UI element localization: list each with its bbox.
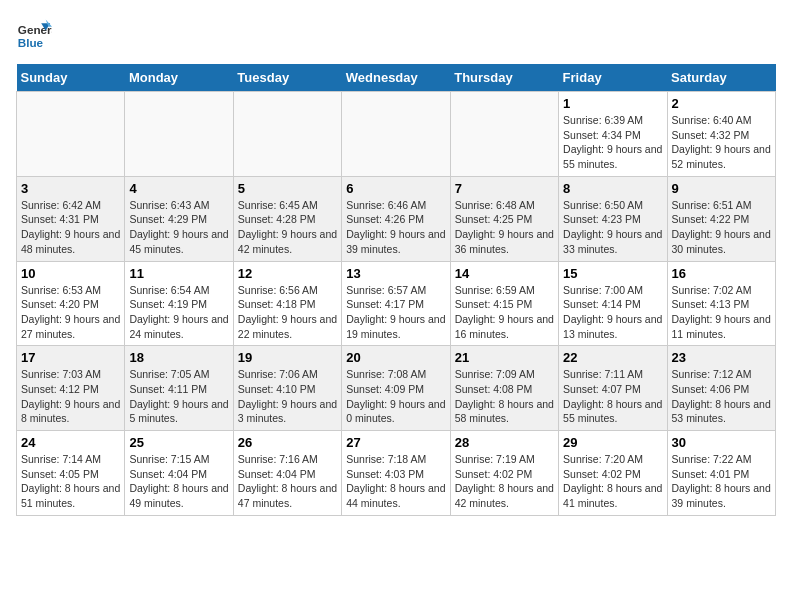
day-number: 8 bbox=[563, 181, 662, 196]
day-number: 7 bbox=[455, 181, 554, 196]
day-number: 19 bbox=[238, 350, 337, 365]
logo-icon: General Blue bbox=[16, 16, 52, 52]
calendar-cell bbox=[17, 92, 125, 177]
header-friday: Friday bbox=[559, 64, 667, 92]
day-number: 2 bbox=[672, 96, 771, 111]
header-monday: Monday bbox=[125, 64, 233, 92]
day-number: 3 bbox=[21, 181, 120, 196]
day-number: 17 bbox=[21, 350, 120, 365]
day-number: 28 bbox=[455, 435, 554, 450]
day-info: Sunrise: 7:18 AM Sunset: 4:03 PM Dayligh… bbox=[346, 452, 445, 511]
day-info: Sunrise: 6:51 AM Sunset: 4:22 PM Dayligh… bbox=[672, 198, 771, 257]
calendar-cell: 15Sunrise: 7:00 AM Sunset: 4:14 PM Dayli… bbox=[559, 261, 667, 346]
day-number: 30 bbox=[672, 435, 771, 450]
logo: General Blue bbox=[16, 16, 56, 52]
day-info: Sunrise: 6:50 AM Sunset: 4:23 PM Dayligh… bbox=[563, 198, 662, 257]
calendar-cell: 25Sunrise: 7:15 AM Sunset: 4:04 PM Dayli… bbox=[125, 431, 233, 516]
calendar-cell: 6Sunrise: 6:46 AM Sunset: 4:26 PM Daylig… bbox=[342, 176, 450, 261]
calendar-table: SundayMondayTuesdayWednesdayThursdayFrid… bbox=[16, 64, 776, 516]
calendar-cell: 5Sunrise: 6:45 AM Sunset: 4:28 PM Daylig… bbox=[233, 176, 341, 261]
day-number: 5 bbox=[238, 181, 337, 196]
day-number: 18 bbox=[129, 350, 228, 365]
day-info: Sunrise: 7:14 AM Sunset: 4:05 PM Dayligh… bbox=[21, 452, 120, 511]
day-number: 9 bbox=[672, 181, 771, 196]
header-saturday: Saturday bbox=[667, 64, 775, 92]
day-number: 22 bbox=[563, 350, 662, 365]
day-number: 29 bbox=[563, 435, 662, 450]
day-info: Sunrise: 6:43 AM Sunset: 4:29 PM Dayligh… bbox=[129, 198, 228, 257]
day-info: Sunrise: 7:02 AM Sunset: 4:13 PM Dayligh… bbox=[672, 283, 771, 342]
calendar-cell: 20Sunrise: 7:08 AM Sunset: 4:09 PM Dayli… bbox=[342, 346, 450, 431]
day-info: Sunrise: 7:06 AM Sunset: 4:10 PM Dayligh… bbox=[238, 367, 337, 426]
day-number: 13 bbox=[346, 266, 445, 281]
day-info: Sunrise: 6:45 AM Sunset: 4:28 PM Dayligh… bbox=[238, 198, 337, 257]
calendar-cell: 9Sunrise: 6:51 AM Sunset: 4:22 PM Daylig… bbox=[667, 176, 775, 261]
calendar-cell: 26Sunrise: 7:16 AM Sunset: 4:04 PM Dayli… bbox=[233, 431, 341, 516]
day-info: Sunrise: 6:56 AM Sunset: 4:18 PM Dayligh… bbox=[238, 283, 337, 342]
calendar-cell: 4Sunrise: 6:43 AM Sunset: 4:29 PM Daylig… bbox=[125, 176, 233, 261]
day-info: Sunrise: 6:42 AM Sunset: 4:31 PM Dayligh… bbox=[21, 198, 120, 257]
day-number: 26 bbox=[238, 435, 337, 450]
day-info: Sunrise: 7:05 AM Sunset: 4:11 PM Dayligh… bbox=[129, 367, 228, 426]
day-info: Sunrise: 7:22 AM Sunset: 4:01 PM Dayligh… bbox=[672, 452, 771, 511]
calendar-cell: 11Sunrise: 6:54 AM Sunset: 4:19 PM Dayli… bbox=[125, 261, 233, 346]
header-tuesday: Tuesday bbox=[233, 64, 341, 92]
day-info: Sunrise: 7:20 AM Sunset: 4:02 PM Dayligh… bbox=[563, 452, 662, 511]
calendar-cell: 30Sunrise: 7:22 AM Sunset: 4:01 PM Dayli… bbox=[667, 431, 775, 516]
day-info: Sunrise: 6:54 AM Sunset: 4:19 PM Dayligh… bbox=[129, 283, 228, 342]
day-info: Sunrise: 6:46 AM Sunset: 4:26 PM Dayligh… bbox=[346, 198, 445, 257]
calendar-week-2: 3Sunrise: 6:42 AM Sunset: 4:31 PM Daylig… bbox=[17, 176, 776, 261]
day-number: 16 bbox=[672, 266, 771, 281]
day-number: 4 bbox=[129, 181, 228, 196]
calendar-cell: 10Sunrise: 6:53 AM Sunset: 4:20 PM Dayli… bbox=[17, 261, 125, 346]
calendar-week-3: 10Sunrise: 6:53 AM Sunset: 4:20 PM Dayli… bbox=[17, 261, 776, 346]
day-info: Sunrise: 6:39 AM Sunset: 4:34 PM Dayligh… bbox=[563, 113, 662, 172]
day-info: Sunrise: 7:03 AM Sunset: 4:12 PM Dayligh… bbox=[21, 367, 120, 426]
day-number: 21 bbox=[455, 350, 554, 365]
calendar-header-row: SundayMondayTuesdayWednesdayThursdayFrid… bbox=[17, 64, 776, 92]
day-info: Sunrise: 6:53 AM Sunset: 4:20 PM Dayligh… bbox=[21, 283, 120, 342]
header-wednesday: Wednesday bbox=[342, 64, 450, 92]
day-info: Sunrise: 6:48 AM Sunset: 4:25 PM Dayligh… bbox=[455, 198, 554, 257]
day-number: 23 bbox=[672, 350, 771, 365]
day-number: 15 bbox=[563, 266, 662, 281]
day-info: Sunrise: 7:19 AM Sunset: 4:02 PM Dayligh… bbox=[455, 452, 554, 511]
calendar-cell: 22Sunrise: 7:11 AM Sunset: 4:07 PM Dayli… bbox=[559, 346, 667, 431]
day-number: 24 bbox=[21, 435, 120, 450]
calendar-cell: 28Sunrise: 7:19 AM Sunset: 4:02 PM Dayli… bbox=[450, 431, 558, 516]
calendar-cell: 16Sunrise: 7:02 AM Sunset: 4:13 PM Dayli… bbox=[667, 261, 775, 346]
calendar-cell: 3Sunrise: 6:42 AM Sunset: 4:31 PM Daylig… bbox=[17, 176, 125, 261]
calendar-cell: 13Sunrise: 6:57 AM Sunset: 4:17 PM Dayli… bbox=[342, 261, 450, 346]
day-number: 25 bbox=[129, 435, 228, 450]
calendar-cell: 7Sunrise: 6:48 AM Sunset: 4:25 PM Daylig… bbox=[450, 176, 558, 261]
day-number: 11 bbox=[129, 266, 228, 281]
day-info: Sunrise: 6:57 AM Sunset: 4:17 PM Dayligh… bbox=[346, 283, 445, 342]
calendar-cell: 29Sunrise: 7:20 AM Sunset: 4:02 PM Dayli… bbox=[559, 431, 667, 516]
day-number: 12 bbox=[238, 266, 337, 281]
calendar-cell: 17Sunrise: 7:03 AM Sunset: 4:12 PM Dayli… bbox=[17, 346, 125, 431]
calendar-cell: 14Sunrise: 6:59 AM Sunset: 4:15 PM Dayli… bbox=[450, 261, 558, 346]
calendar-cell bbox=[450, 92, 558, 177]
day-info: Sunrise: 7:12 AM Sunset: 4:06 PM Dayligh… bbox=[672, 367, 771, 426]
day-info: Sunrise: 7:11 AM Sunset: 4:07 PM Dayligh… bbox=[563, 367, 662, 426]
day-number: 20 bbox=[346, 350, 445, 365]
day-info: Sunrise: 7:00 AM Sunset: 4:14 PM Dayligh… bbox=[563, 283, 662, 342]
calendar-cell: 1Sunrise: 6:39 AM Sunset: 4:34 PM Daylig… bbox=[559, 92, 667, 177]
day-number: 1 bbox=[563, 96, 662, 111]
svg-text:Blue: Blue bbox=[18, 36, 44, 49]
calendar-cell: 2Sunrise: 6:40 AM Sunset: 4:32 PM Daylig… bbox=[667, 92, 775, 177]
calendar-cell: 23Sunrise: 7:12 AM Sunset: 4:06 PM Dayli… bbox=[667, 346, 775, 431]
day-info: Sunrise: 6:59 AM Sunset: 4:15 PM Dayligh… bbox=[455, 283, 554, 342]
day-info: Sunrise: 7:16 AM Sunset: 4:04 PM Dayligh… bbox=[238, 452, 337, 511]
page-header: General Blue bbox=[16, 16, 776, 52]
calendar-cell: 19Sunrise: 7:06 AM Sunset: 4:10 PM Dayli… bbox=[233, 346, 341, 431]
day-info: Sunrise: 6:40 AM Sunset: 4:32 PM Dayligh… bbox=[672, 113, 771, 172]
calendar-cell: 21Sunrise: 7:09 AM Sunset: 4:08 PM Dayli… bbox=[450, 346, 558, 431]
calendar-cell: 18Sunrise: 7:05 AM Sunset: 4:11 PM Dayli… bbox=[125, 346, 233, 431]
day-number: 27 bbox=[346, 435, 445, 450]
day-info: Sunrise: 7:15 AM Sunset: 4:04 PM Dayligh… bbox=[129, 452, 228, 511]
header-sunday: Sunday bbox=[17, 64, 125, 92]
calendar-cell bbox=[125, 92, 233, 177]
header-thursday: Thursday bbox=[450, 64, 558, 92]
calendar-cell: 12Sunrise: 6:56 AM Sunset: 4:18 PM Dayli… bbox=[233, 261, 341, 346]
